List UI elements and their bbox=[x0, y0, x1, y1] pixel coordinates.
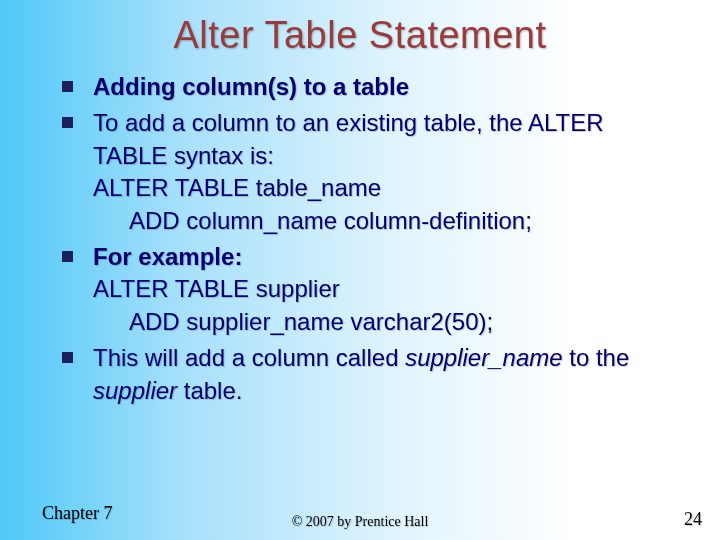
bullet-item-1: Adding column(s) to a table bbox=[62, 71, 680, 103]
footer-page-number: 24 bbox=[684, 509, 702, 530]
bullet-text: For example: ALTER TABLE supplier ADD su… bbox=[93, 241, 493, 338]
bullet-text: This will add a column called supplier_n… bbox=[93, 342, 680, 407]
bullet-icon bbox=[62, 81, 73, 92]
footer-copyright: © 2007 by Prentice Hall bbox=[292, 514, 429, 530]
text-part: table. bbox=[184, 377, 243, 404]
bullet-item-4: This will add a column called supplier_n… bbox=[62, 342, 680, 407]
text-part: to the bbox=[569, 344, 629, 371]
bullet-icon bbox=[62, 117, 73, 128]
text-label: For example: bbox=[93, 243, 242, 270]
bullet-text: Adding column(s) to a table bbox=[93, 71, 409, 103]
text-part: This will add a column called bbox=[93, 344, 405, 371]
slide-title: Alter Table Statement bbox=[0, 0, 720, 57]
bullet-text: To add a column to an existing table, th… bbox=[93, 107, 680, 237]
text-italic: supplier bbox=[93, 377, 184, 404]
text-line: ALTER TABLE table_name bbox=[93, 174, 381, 201]
footer-chapter: Chapter 7 bbox=[42, 503, 112, 524]
text-line: To add a column to an existing table, th… bbox=[93, 109, 604, 168]
text-italic: supplier_name bbox=[405, 344, 569, 371]
slide-body: Adding column(s) to a table To add a col… bbox=[0, 57, 720, 407]
slide: Alter Table Statement Adding column(s) t… bbox=[0, 0, 720, 540]
bullet-icon bbox=[62, 251, 73, 262]
text-line-indent: ADD supplier_name varchar2(50); bbox=[129, 308, 493, 335]
bullet-item-2: To add a column to an existing table, th… bbox=[62, 107, 680, 237]
bullet-icon bbox=[62, 352, 73, 363]
text-line: ALTER TABLE supplier bbox=[93, 275, 340, 302]
text-line-indent: ADD column_name column-definition; bbox=[129, 207, 532, 234]
bullet-item-3: For example: ALTER TABLE supplier ADD su… bbox=[62, 241, 680, 338]
